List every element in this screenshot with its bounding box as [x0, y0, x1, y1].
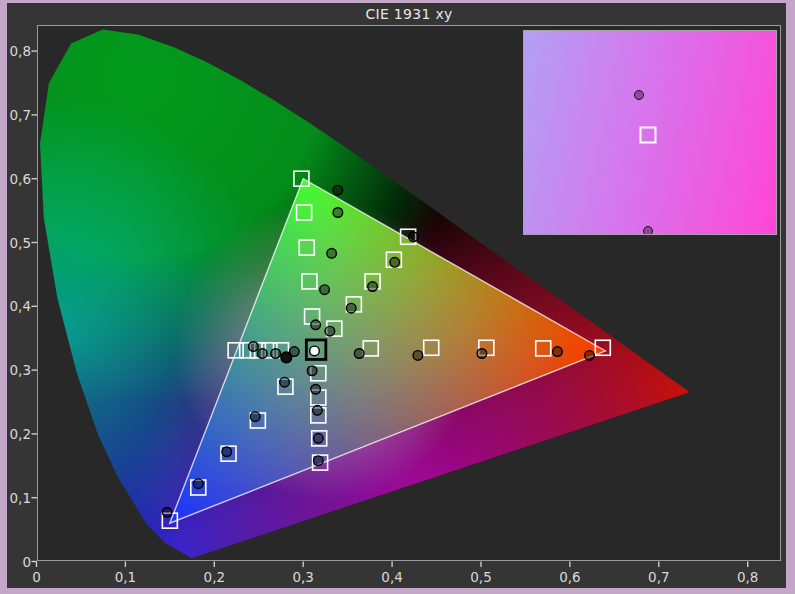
x-tick-label: 0,1 [115, 569, 136, 585]
x-tick-label: 0,5 [470, 569, 491, 585]
x-tick-label: 0,4 [381, 569, 402, 585]
y-tick-label: 0,1 [0, 490, 31, 506]
x-tick-label: 0 [32, 569, 41, 585]
x-tick-label: 0,3 [292, 569, 313, 585]
y-tick-label: 0,5 [0, 235, 31, 251]
inset-square-marker [640, 126, 657, 143]
chart-title: CIE 1931 xy [365, 6, 452, 22]
y-tick-label: 0,2 [0, 426, 31, 442]
inset-circle-marker [643, 226, 653, 235]
x-tick-label: 0,8 [737, 569, 758, 585]
y-tick-label: 0,4 [0, 298, 31, 314]
y-tick-label: 0,6 [0, 171, 31, 187]
inset-circle-marker [634, 90, 644, 100]
screenshot-root: { "window": { "title": "CIE 1931 xy" }, … [0, 0, 795, 594]
y-tick-label: 0,7 [0, 107, 31, 123]
y-tick-label: 0,8 [0, 43, 31, 59]
y-tick-label: 0,3 [0, 362, 31, 378]
chart-titlebar: CIE 1931 xy [37, 3, 781, 25]
x-tick-label: 0,6 [559, 569, 580, 585]
x-tick-label: 0,2 [204, 569, 225, 585]
white-point-zoom-inset [523, 30, 777, 235]
y-tick-label: 0 [0, 554, 31, 570]
x-tick-label: 0,7 [648, 569, 669, 585]
